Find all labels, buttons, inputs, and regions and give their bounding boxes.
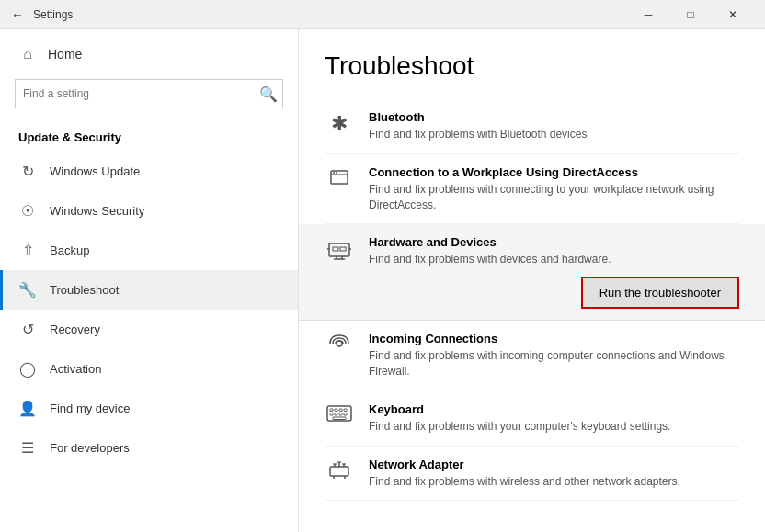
svg-rect-6 xyxy=(340,247,346,251)
sidebar-item-label: Find my device xyxy=(50,402,130,415)
sidebar-item-label: Backup xyxy=(50,243,89,257)
find-my-device-icon: 👤 xyxy=(18,400,37,417)
network-title: Network Adapter xyxy=(369,458,739,471)
directaccess-text: Connection to a Workplace Using DirectAc… xyxy=(369,165,739,213)
svg-rect-19 xyxy=(335,413,337,415)
svg-rect-21 xyxy=(344,413,347,415)
svg-rect-20 xyxy=(339,413,342,415)
incoming-connections-icon xyxy=(325,334,354,359)
svg-rect-15 xyxy=(335,409,337,412)
titlebar: ← Settings ─ □ ✕ xyxy=(0,0,765,29)
home-icon: ⌂ xyxy=(18,46,37,62)
titlebar-title: Settings xyxy=(33,8,627,21)
back-button[interactable]: ← xyxy=(11,7,24,22)
sidebar-item-label: Recovery xyxy=(50,323,100,336)
run-troubleshooter-button[interactable]: Run the troubleshooter xyxy=(581,277,739,309)
bluetooth-icon: ✱ xyxy=(325,112,354,136)
sidebar-search-box[interactable]: 🔍 xyxy=(15,79,283,108)
troubleshoot-item-hardware[interactable]: Hardware and Devices Find and fix proble… xyxy=(299,224,765,321)
search-icon[interactable]: 🔍 xyxy=(255,80,282,108)
backup-icon: ⇧ xyxy=(18,242,37,259)
minimize-button[interactable]: ─ xyxy=(627,0,669,29)
page-title: Troubleshoot xyxy=(325,51,739,81)
sidebar-item-backup[interactable]: ⇧ Backup xyxy=(0,231,298,270)
bluetooth-desc: Find and fix problems with Bluetooth dev… xyxy=(369,127,739,142)
main-layout: ⌂ Home 🔍 Update & Security ↻ Windows Upd… xyxy=(0,29,765,532)
windows-update-icon: ↻ xyxy=(18,163,37,180)
sidebar-item-windows-security[interactable]: ☉ Windows Security xyxy=(0,191,298,231)
bluetooth-title: Bluetooth xyxy=(369,110,739,124)
keyboard-title: Keyboard xyxy=(369,402,739,416)
sidebar-item-for-developers[interactable]: ☰ For developers xyxy=(0,428,298,468)
home-label: Home xyxy=(48,47,82,62)
incoming-title: Incoming Connections xyxy=(369,332,739,345)
sidebar-home[interactable]: ⌂ Home xyxy=(0,37,298,72)
hardware-icon xyxy=(325,237,354,268)
maximize-button[interactable]: □ xyxy=(669,0,712,29)
sidebar-item-label: For developers xyxy=(50,441,130,455)
troubleshoot-item-directaccess[interactable]: Connection to a Workplace Using DirectAc… xyxy=(325,154,739,225)
activation-icon: ◯ xyxy=(18,360,37,378)
troubleshoot-item-network[interactable]: Network Adapter Find and fix problems wi… xyxy=(325,447,739,502)
network-adapter-icon xyxy=(325,459,354,485)
troubleshoot-item-keyboard[interactable]: Keyboard Find and fix problems with your… xyxy=(325,391,739,447)
network-desc: Find and fix problems with wireless and … xyxy=(369,474,739,490)
sidebar-item-label: Troubleshoot xyxy=(50,283,119,297)
keyboard-desc: Find and fix problems with your computer… xyxy=(369,419,739,435)
hardware-desc: Find and fix problems with devices and h… xyxy=(369,252,739,267)
close-button[interactable]: ✕ xyxy=(712,0,754,29)
svg-rect-18 xyxy=(330,413,333,415)
bluetooth-text: Bluetooth Find and fix problems with Blu… xyxy=(369,110,739,142)
sidebar-item-label: Windows Update xyxy=(50,164,140,178)
sidebar-item-label: Windows Security xyxy=(50,204,144,218)
for-developers-icon: ☰ xyxy=(18,439,37,457)
svg-rect-22 xyxy=(333,417,346,420)
troubleshoot-icon: 🔧 xyxy=(18,281,37,299)
directaccess-title: Connection to a Workplace Using DirectAc… xyxy=(369,165,739,179)
hardware-text: Hardware and Devices Find and fix proble… xyxy=(369,235,739,309)
sidebar-item-windows-update[interactable]: ↻ Windows Update xyxy=(0,152,298,191)
svg-point-3 xyxy=(336,172,337,174)
svg-rect-4 xyxy=(329,243,349,256)
search-input[interactable] xyxy=(16,82,255,106)
windows-security-icon: ☉ xyxy=(18,202,37,220)
sidebar-section-title: Update & Security xyxy=(0,123,298,152)
troubleshoot-item-bluetooth[interactable]: ✱ Bluetooth Find and fix problems with B… xyxy=(325,99,739,154)
sidebar-item-find-my-device[interactable]: 👤 Find my device xyxy=(0,389,298,428)
troubleshoot-item-incoming[interactable]: Incoming Connections Find and fix proble… xyxy=(325,321,739,391)
svg-rect-5 xyxy=(333,247,338,251)
hardware-title: Hardware and Devices xyxy=(369,235,739,249)
sidebar: ⌂ Home 🔍 Update & Security ↻ Windows Upd… xyxy=(0,29,299,532)
window-controls: ─ □ ✕ xyxy=(627,0,754,29)
content-area: Troubleshoot ✱ Bluetooth Find and fix pr… xyxy=(299,29,765,532)
svg-rect-16 xyxy=(339,409,342,412)
directaccess-icon xyxy=(325,167,354,193)
svg-rect-14 xyxy=(330,409,333,412)
sidebar-item-recovery[interactable]: ↺ Recovery xyxy=(0,310,298,349)
keyboard-text: Keyboard Find and fix problems with your… xyxy=(369,402,739,435)
recovery-icon: ↺ xyxy=(18,321,37,338)
sidebar-item-label: Activation xyxy=(50,362,101,376)
svg-point-2 xyxy=(333,172,335,174)
network-text: Network Adapter Find and fix problems wi… xyxy=(369,458,739,490)
svg-rect-23 xyxy=(330,467,348,476)
sidebar-item-activation[interactable]: ◯ Activation xyxy=(0,349,298,389)
keyboard-icon xyxy=(325,404,354,428)
sidebar-item-troubleshoot[interactable]: 🔧 Troubleshoot xyxy=(0,270,298,310)
incoming-desc: Find and fix problems with incoming comp… xyxy=(369,348,739,379)
directaccess-desc: Find and fix problems with connecting to… xyxy=(369,182,739,213)
incoming-text: Incoming Connections Find and fix proble… xyxy=(369,332,739,379)
svg-rect-17 xyxy=(344,409,347,412)
